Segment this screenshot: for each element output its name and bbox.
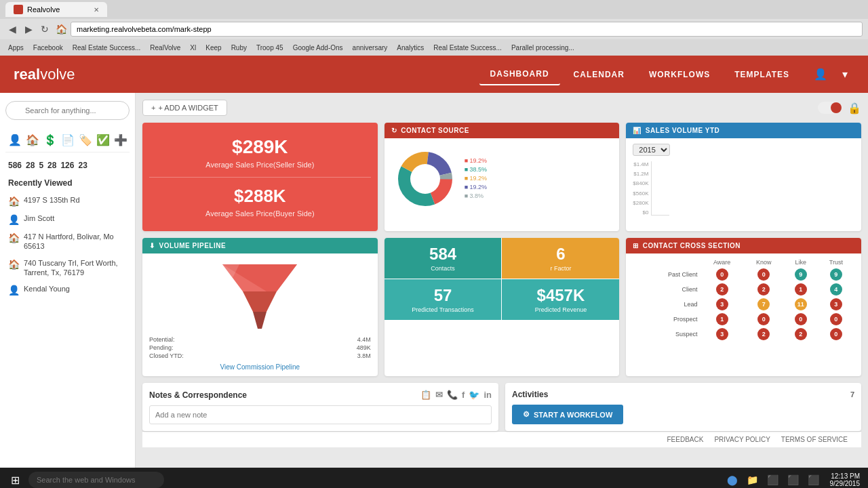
facebook-icon[interactable]: f	[462, 390, 465, 400]
lock-icon[interactable]: 🔒	[848, 102, 861, 115]
volume-pipeline-body: Potential: 4.4M Pending: 489K Closed YTD…	[142, 253, 378, 376]
recent-icon-3: 🏠	[8, 232, 20, 243]
nav-workflows[interactable]: WORKFLOWS	[638, 64, 721, 85]
recent-item-4[interactable]: 🏠 740 Tuscany Trl, Fort Worth, Tarrent, …	[5, 255, 130, 281]
add-widget-label: + ADD A WIDGET	[158, 104, 218, 112]
bookmark-realvolve[interactable]: RealVolve	[147, 43, 183, 53]
close-tab-button[interactable]: ✕	[94, 6, 99, 14]
search-input[interactable]	[5, 101, 130, 120]
dollar-icon[interactable]: 💲	[43, 134, 57, 146]
logo: realvolve	[14, 66, 75, 83]
rfactor-value: 6	[505, 245, 616, 264]
donut-label-5: ■ 3.8%	[465, 192, 487, 199]
home-button[interactable]: 🏠	[54, 22, 68, 36]
notes-icons: 📋 ✉ 📞 f 🐦 in	[420, 390, 492, 400]
privacy-link[interactable]: PRIVACY POLICY	[714, 436, 770, 443]
add-widget-button[interactable]: + + ADD A WIDGET	[142, 100, 227, 116]
start-workflow-button[interactable]: ⚙ START A WORKFLOW	[512, 405, 623, 424]
nav-calendar[interactable]: CALENDAR	[563, 64, 635, 85]
funnel-labels: Potential: 4.4M Pending: 489K Closed YTD…	[149, 336, 371, 359]
recent-icon-5: 👤	[8, 285, 20, 296]
view-commission-link[interactable]: View Commission Pipeline	[149, 363, 371, 371]
email-icon[interactable]: ✉	[435, 390, 443, 400]
forward-button[interactable]: ▶	[22, 22, 35, 36]
bookmark-apps[interactable]: Apps	[5, 43, 26, 53]
year-selector[interactable]: 2015	[633, 144, 670, 156]
toggle-switch[interactable]	[818, 102, 842, 114]
contacts-icon[interactable]: 👤	[8, 134, 22, 146]
nav-templates[interactable]: TEMPLATES	[724, 64, 800, 85]
contact-metrics-grid: 584 Contacts 6 r Factor 57 Predicted Tra…	[384, 238, 620, 320]
bookmark-facebook[interactable]: Facebook	[31, 43, 66, 53]
row-client: Client 2 2 1 4	[633, 282, 854, 297]
check-icon[interactable]: ✅	[96, 134, 110, 146]
home-icon[interactable]: 🏠	[26, 134, 39, 146]
bookmark-real-estate2[interactable]: Real Estate Success...	[431, 43, 505, 53]
sidebar-icon-bar: 👤 🏠 💲 📄 🏷️ ✅ ➕	[5, 128, 130, 152]
nav-dropdown-icon[interactable]: ▾	[835, 65, 854, 84]
twitter-icon[interactable]: 🐦	[469, 390, 479, 400]
workflow-btn-label: START A WORKFLOW	[534, 411, 612, 419]
recent-item-3[interactable]: 🏠 417 N Hartford, Bolivar, Mo 65613	[5, 228, 130, 255]
recent-item-5[interactable]: 👤 Kendal Young	[5, 281, 130, 299]
taskbar-app1[interactable]: ⬛	[764, 470, 783, 488]
nav-user-icons: 👤 ▾	[811, 65, 854, 84]
feedback-link[interactable]: FEEDBACK	[667, 436, 703, 443]
contact-source-widget: ↻ CONTACT SOURCE	[384, 123, 620, 231]
document-icon[interactable]: 📄	[61, 134, 75, 146]
bookmark-xl[interactable]: Xl	[187, 43, 199, 53]
browser-tab[interactable]: Realvolve ✕	[5, 2, 107, 17]
terms-link[interactable]: TERMS OF SERVICE	[781, 436, 848, 443]
app-header: realvolve DASHBOARD CALENDAR WORKFLOWS T…	[0, 56, 868, 93]
label-prospect: Prospect	[633, 312, 700, 327]
nav-dashboard[interactable]: DASHBOARD	[479, 64, 560, 85]
note-icon[interactable]: 📋	[420, 390, 431, 400]
lead-like: 11	[795, 298, 807, 310]
bookmark-google-addons[interactable]: Google Add-Ons	[290, 43, 346, 53]
cross-section-body: Aware Know Like Trust Past Client 0	[626, 253, 861, 346]
bookmark-parallel[interactable]: Parallel processing...	[509, 43, 577, 53]
start-button[interactable]: ⊞	[4, 470, 26, 488]
label-client: Client	[633, 282, 700, 297]
phone-icon[interactable]: 📞	[447, 390, 458, 400]
taskbar-chrome[interactable]: ⬤	[723, 470, 742, 488]
bookmark-real-estate[interactable]: Real Estate Success...	[70, 43, 144, 53]
taskbar-files[interactable]: 📁	[743, 470, 762, 488]
funnel-potential-val: 4.4M	[357, 336, 371, 343]
tag-icon[interactable]: 🏷️	[79, 134, 92, 146]
contact-cross-title: CONTACT CROSS SECTION	[643, 242, 741, 249]
toggle-knob	[831, 102, 842, 113]
predicted-rev-label: Predicted Revenue	[505, 306, 616, 313]
bookmark-troop[interactable]: Troop 45	[254, 43, 286, 53]
bookmark-keep[interactable]: Keep	[203, 43, 224, 53]
taskbar-app3[interactable]: ⬛	[804, 470, 823, 488]
bookmark-analytics[interactable]: Analytics	[394, 43, 427, 53]
linkedin-icon[interactable]: in	[484, 390, 492, 400]
bookmark-anniversary[interactable]: anniversary	[350, 43, 391, 53]
sidebar-counts: 586 28 5 28 126 23	[5, 158, 130, 173]
address-bar[interactable]	[71, 22, 863, 37]
bookmark-ruby[interactable]: Ruby	[229, 43, 250, 53]
avg-sales-value2: $288K	[149, 186, 371, 207]
lead-aware: 3	[716, 298, 728, 310]
user-profile-icon[interactable]: 👤	[811, 65, 830, 84]
row-past-client: Past Client 0 0 9 9	[633, 267, 854, 282]
back-button[interactable]: ◀	[5, 22, 19, 36]
refresh-button[interactable]: ↻	[38, 22, 52, 36]
volume-pipeline-title: VOLUME PIPELINE	[159, 242, 226, 249]
nav-menu: DASHBOARD CALENDAR WORKFLOWS TEMPLATES	[479, 64, 800, 85]
predicted-tx-value: 57	[388, 286, 498, 305]
taskbar-app2[interactable]: ⬛	[784, 470, 803, 488]
recent-item-2[interactable]: 👤 Jim Scott	[5, 210, 130, 228]
donut-label-1: ■ 19.2%	[465, 157, 487, 164]
past-trust: 9	[830, 268, 842, 281]
rfactor-label: r Factor	[505, 265, 616, 272]
recent-item-1[interactable]: 🏠 4197 S 135th Rd	[5, 192, 130, 210]
taskbar-search[interactable]	[28, 472, 164, 488]
workflow-icon: ⚙	[523, 410, 530, 419]
funnel-svg	[216, 261, 304, 332]
avg-sales-label2: Average Sales Price(Buyer Side)	[149, 209, 371, 218]
add-icon[interactable]: ➕	[114, 134, 127, 146]
notes-input[interactable]	[149, 405, 492, 424]
donut-svg	[391, 145, 459, 213]
